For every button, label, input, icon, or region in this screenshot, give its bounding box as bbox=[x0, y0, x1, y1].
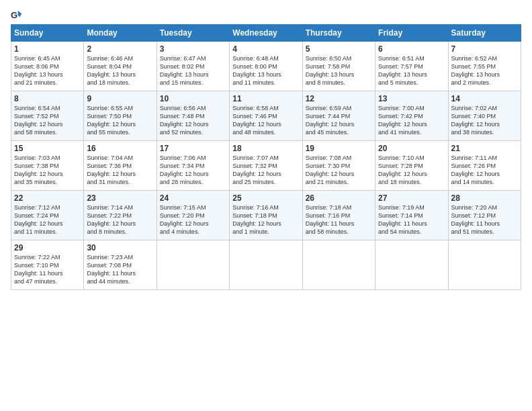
calendar-cell: 17Sunrise: 7:06 AM Sunset: 7:34 PM Dayli… bbox=[157, 141, 229, 191]
calendar-cell: 14Sunrise: 7:02 AM Sunset: 7:40 PM Dayli… bbox=[448, 91, 521, 141]
calendar-cell: 15Sunrise: 7:03 AM Sunset: 7:38 PM Dayli… bbox=[11, 141, 84, 191]
calendar-cell: 3Sunrise: 6:47 AM Sunset: 8:02 PM Daylig… bbox=[157, 42, 229, 91]
day-number: 16 bbox=[87, 144, 153, 153]
calendar-cell: 20Sunrise: 7:10 AM Sunset: 7:28 PM Dayli… bbox=[375, 141, 448, 191]
day-info: Sunrise: 7:18 AM Sunset: 7:16 PM Dayligh… bbox=[306, 203, 372, 236]
day-info: Sunrise: 7:11 AM Sunset: 7:26 PM Dayligh… bbox=[451, 154, 518, 187]
day-number: 17 bbox=[160, 144, 226, 153]
calendar-cell: 7Sunrise: 6:52 AM Sunset: 7:55 PM Daylig… bbox=[448, 42, 521, 91]
calendar-cell: 25Sunrise: 7:16 AM Sunset: 7:18 PM Dayli… bbox=[230, 191, 302, 240]
day-number: 19 bbox=[306, 144, 372, 153]
day-info: Sunrise: 7:12 AM Sunset: 7:24 PM Dayligh… bbox=[14, 203, 81, 236]
day-number: 11 bbox=[232, 94, 299, 103]
day-header-monday: Monday bbox=[84, 25, 157, 42]
day-info: Sunrise: 6:59 AM Sunset: 7:44 PM Dayligh… bbox=[306, 104, 372, 137]
calendar-week-row: 29Sunrise: 7:22 AM Sunset: 7:10 PM Dayli… bbox=[11, 240, 521, 290]
calendar-cell: 13Sunrise: 7:00 AM Sunset: 7:42 PM Dayli… bbox=[375, 91, 448, 141]
calendar-cell: 26Sunrise: 7:18 AM Sunset: 7:16 PM Dayli… bbox=[302, 191, 375, 240]
calendar-cell bbox=[375, 240, 448, 290]
day-number: 25 bbox=[232, 193, 299, 203]
day-number: 3 bbox=[160, 44, 226, 54]
day-number: 30 bbox=[87, 243, 153, 253]
day-info: Sunrise: 7:22 AM Sunset: 7:10 PM Dayligh… bbox=[14, 253, 81, 286]
day-info: Sunrise: 6:46 AM Sunset: 8:04 PM Dayligh… bbox=[87, 54, 153, 87]
calendar-cell: 12Sunrise: 6:59 AM Sunset: 7:44 PM Dayli… bbox=[302, 91, 375, 141]
day-info: Sunrise: 6:47 AM Sunset: 8:02 PM Dayligh… bbox=[160, 54, 226, 87]
day-info: Sunrise: 7:10 AM Sunset: 7:28 PM Dayligh… bbox=[378, 154, 445, 187]
calendar-cell bbox=[302, 240, 375, 290]
day-number: 14 bbox=[451, 94, 518, 103]
day-info: Sunrise: 7:23 AM Sunset: 7:08 PM Dayligh… bbox=[87, 253, 153, 286]
day-number: 8 bbox=[14, 94, 81, 103]
day-info: Sunrise: 7:16 AM Sunset: 7:18 PM Dayligh… bbox=[232, 203, 299, 236]
calendar-cell: 22Sunrise: 7:12 AM Sunset: 7:24 PM Dayli… bbox=[11, 191, 84, 240]
day-number: 26 bbox=[306, 193, 372, 203]
day-info: Sunrise: 6:50 AM Sunset: 7:58 PM Dayligh… bbox=[306, 54, 372, 87]
calendar-week-row: 22Sunrise: 7:12 AM Sunset: 7:24 PM Dayli… bbox=[11, 191, 521, 240]
day-number: 24 bbox=[160, 193, 226, 203]
svg-text:G: G bbox=[11, 10, 17, 20]
day-number: 20 bbox=[378, 144, 445, 153]
calendar-cell: 19Sunrise: 7:08 AM Sunset: 7:30 PM Dayli… bbox=[302, 141, 375, 191]
day-number: 2 bbox=[87, 44, 153, 54]
calendar-cell: 6Sunrise: 6:51 AM Sunset: 7:57 PM Daylig… bbox=[375, 42, 448, 91]
day-number: 7 bbox=[451, 44, 518, 54]
day-number: 21 bbox=[451, 144, 518, 153]
day-header-wednesday: Wednesday bbox=[230, 25, 302, 42]
page: G SundayMondayTuesdayWednesdayThursdayFr… bbox=[0, 0, 532, 297]
calendar-cell: 23Sunrise: 7:14 AM Sunset: 7:22 PM Dayli… bbox=[84, 191, 157, 240]
day-number: 23 bbox=[87, 193, 153, 203]
day-info: Sunrise: 6:48 AM Sunset: 8:00 PM Dayligh… bbox=[232, 54, 299, 87]
day-info: Sunrise: 7:07 AM Sunset: 7:32 PM Dayligh… bbox=[232, 154, 299, 187]
day-info: Sunrise: 6:54 AM Sunset: 7:52 PM Dayligh… bbox=[14, 104, 81, 137]
header: G bbox=[11, 9, 521, 21]
calendar-cell bbox=[448, 240, 521, 290]
day-number: 1 bbox=[14, 44, 81, 54]
day-number: 27 bbox=[378, 193, 445, 203]
day-number: 29 bbox=[14, 243, 81, 253]
day-info: Sunrise: 7:00 AM Sunset: 7:42 PM Dayligh… bbox=[378, 104, 445, 137]
calendar-cell: 1Sunrise: 6:45 AM Sunset: 8:06 PM Daylig… bbox=[11, 42, 84, 91]
day-info: Sunrise: 6:51 AM Sunset: 7:57 PM Dayligh… bbox=[378, 54, 445, 87]
svg-marker-1 bbox=[18, 11, 22, 17]
day-number: 4 bbox=[232, 44, 299, 54]
day-number: 10 bbox=[160, 94, 226, 103]
calendar-week-row: 8Sunrise: 6:54 AM Sunset: 7:52 PM Daylig… bbox=[11, 91, 521, 141]
day-info: Sunrise: 7:15 AM Sunset: 7:20 PM Dayligh… bbox=[160, 203, 226, 236]
calendar-cell bbox=[230, 240, 302, 290]
calendar-cell: 2Sunrise: 6:46 AM Sunset: 8:04 PM Daylig… bbox=[84, 42, 157, 91]
day-number: 6 bbox=[378, 44, 445, 54]
day-info: Sunrise: 7:06 AM Sunset: 7:34 PM Dayligh… bbox=[160, 154, 226, 187]
day-number: 13 bbox=[378, 94, 445, 103]
calendar-cell: 16Sunrise: 7:04 AM Sunset: 7:36 PM Dayli… bbox=[84, 141, 157, 191]
day-info: Sunrise: 7:02 AM Sunset: 7:40 PM Dayligh… bbox=[451, 104, 518, 137]
calendar-cell: 29Sunrise: 7:22 AM Sunset: 7:10 PM Dayli… bbox=[11, 240, 84, 290]
day-number: 5 bbox=[306, 44, 372, 54]
day-info: Sunrise: 7:08 AM Sunset: 7:30 PM Dayligh… bbox=[306, 154, 372, 187]
day-info: Sunrise: 6:45 AM Sunset: 8:06 PM Dayligh… bbox=[14, 54, 81, 87]
calendar-table: SundayMondayTuesdayWednesdayThursdayFrid… bbox=[11, 24, 521, 290]
day-header-tuesday: Tuesday bbox=[157, 25, 229, 42]
calendar-cell: 4Sunrise: 6:48 AM Sunset: 8:00 PM Daylig… bbox=[230, 42, 302, 91]
day-header-sunday: Sunday bbox=[11, 25, 84, 42]
calendar-cell: 30Sunrise: 7:23 AM Sunset: 7:08 PM Dayli… bbox=[84, 240, 157, 290]
day-header-thursday: Thursday bbox=[302, 25, 375, 42]
day-info: Sunrise: 7:03 AM Sunset: 7:38 PM Dayligh… bbox=[14, 154, 81, 187]
calendar-cell: 27Sunrise: 7:19 AM Sunset: 7:14 PM Dayli… bbox=[375, 191, 448, 240]
calendar-header-row: SundayMondayTuesdayWednesdayThursdayFrid… bbox=[11, 25, 521, 42]
calendar-cell bbox=[157, 240, 229, 290]
calendar-cell: 5Sunrise: 6:50 AM Sunset: 7:58 PM Daylig… bbox=[302, 42, 375, 91]
day-number: 22 bbox=[14, 193, 81, 203]
day-info: Sunrise: 6:58 AM Sunset: 7:46 PM Dayligh… bbox=[232, 104, 299, 137]
day-info: Sunrise: 7:20 AM Sunset: 7:12 PM Dayligh… bbox=[451, 203, 518, 236]
calendar-week-row: 15Sunrise: 7:03 AM Sunset: 7:38 PM Dayli… bbox=[11, 141, 521, 191]
day-info: Sunrise: 6:56 AM Sunset: 7:48 PM Dayligh… bbox=[160, 104, 226, 137]
calendar-cell: 28Sunrise: 7:20 AM Sunset: 7:12 PM Dayli… bbox=[448, 191, 521, 240]
day-info: Sunrise: 7:04 AM Sunset: 7:36 PM Dayligh… bbox=[87, 154, 153, 187]
day-header-saturday: Saturday bbox=[448, 25, 521, 42]
calendar-cell: 21Sunrise: 7:11 AM Sunset: 7:26 PM Dayli… bbox=[448, 141, 521, 191]
calendar-cell: 10Sunrise: 6:56 AM Sunset: 7:48 PM Dayli… bbox=[157, 91, 229, 141]
calendar-cell: 18Sunrise: 7:07 AM Sunset: 7:32 PM Dayli… bbox=[230, 141, 302, 191]
day-number: 9 bbox=[87, 94, 153, 103]
calendar-week-row: 1Sunrise: 6:45 AM Sunset: 8:06 PM Daylig… bbox=[11, 42, 521, 91]
